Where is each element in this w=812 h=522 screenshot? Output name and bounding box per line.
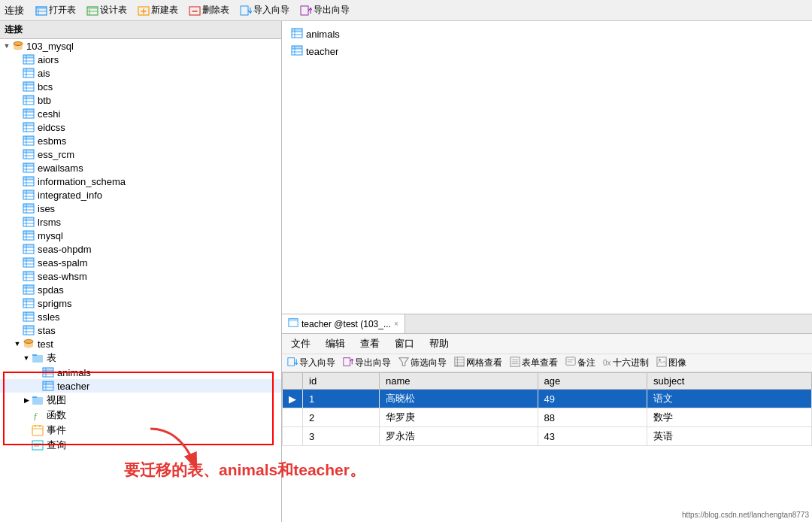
- cell-subject[interactable]: 数学: [647, 408, 812, 427]
- open-table-btn[interactable]: 打开表: [33, 3, 78, 17]
- cell-name[interactable]: 罗永浩: [380, 427, 538, 446]
- teacher-table-icon: [291, 44, 303, 59]
- svg-rect-35: [23, 96, 34, 99]
- tree-item-eidcss[interactable]: eidcss: [0, 120, 281, 134]
- item-icon: [23, 297, 36, 309]
- tree-item-esbms[interactable]: esbms: [0, 134, 281, 147]
- data-tab[interactable]: teacher @test (103_... ×: [282, 314, 405, 333]
- tree-item-sprigms[interactable]: sprigms: [0, 296, 281, 310]
- tree-item-lrsms[interactable]: lrsms: [0, 215, 281, 229]
- cell-age[interactable]: 49: [538, 390, 647, 408]
- item-icon: [23, 270, 36, 282]
- col-name[interactable]: name: [380, 373, 538, 390]
- object-item-teacher[interactable]: teacher: [288, 43, 806, 60]
- table-row[interactable]: 3 罗永浩 43 英语: [283, 427, 812, 446]
- item-label: seas-spalm: [38, 257, 87, 269]
- tree-item-btb[interactable]: btb: [0, 93, 281, 107]
- left-panel: 连接 ▼ 103_mysql aiorsaisbcsbtbceshieidcss…: [0, 21, 282, 522]
- menu-help[interactable]: 帮助: [426, 336, 452, 351]
- object-item-animals[interactable]: animals: [288, 26, 806, 43]
- item-label: mysql: [38, 230, 63, 241]
- item-icon: [23, 243, 36, 255]
- menu-window[interactable]: 窗口: [392, 336, 417, 351]
- cell-id[interactable]: 1: [303, 390, 380, 408]
- tree-item-mysql[interactable]: mysql: [0, 229, 281, 242]
- menu-edit[interactable]: 编辑: [323, 336, 348, 351]
- cell-id[interactable]: 3: [303, 427, 380, 446]
- tree-item-ess_rcm[interactable]: ess_rcm: [0, 147, 281, 161]
- design-table-btn[interactable]: 设计表: [84, 3, 129, 17]
- item-icon: [23, 108, 36, 120]
- tree-item-ises[interactable]: ises: [0, 202, 281, 215]
- hex-btn[interactable]: 0x 十六进制: [601, 356, 651, 370]
- item-icon: [32, 394, 45, 406]
- tree-item-seas_whsm[interactable]: seas-whsm: [0, 269, 281, 283]
- import-wizard-label: 导入向导: [253, 4, 289, 17]
- svg-rect-95: [23, 258, 34, 261]
- svg-rect-162: [344, 358, 350, 366]
- item-icon: [32, 439, 45, 451]
- cell-age[interactable]: 43: [538, 427, 647, 446]
- grid-view-btn[interactable]: 网格查看: [452, 356, 504, 370]
- tree-item-aiors[interactable]: aiors: [0, 53, 281, 66]
- tree-item-__[interactable]: 查询: [0, 438, 281, 453]
- col-age[interactable]: age: [538, 373, 647, 390]
- open-table-label: 打开表: [49, 4, 76, 17]
- tree-item-spdas[interactable]: spdas: [0, 283, 281, 296]
- export-wizard-label: 导出向导: [314, 4, 350, 17]
- item-icon: [23, 135, 36, 147]
- tree-root[interactable]: ▼ 103_mysql: [0, 39, 281, 53]
- filter-wiz-btn[interactable]: 筛选向导: [396, 356, 449, 370]
- tree-item-stas[interactable]: stas: [0, 323, 281, 337]
- delete-table-btn[interactable]: 删除表: [186, 3, 232, 17]
- export-wizard-btn[interactable]: 导出向导: [298, 3, 352, 17]
- menu-view[interactable]: 查看: [357, 336, 383, 351]
- tree-item-_[interactable]: ▼表: [0, 351, 281, 366]
- import-wiz-btn[interactable]: 导入向导: [285, 356, 338, 370]
- tree-item-__[interactable]: ▶视图: [0, 393, 281, 408]
- new-table-btn[interactable]: 新建表: [135, 3, 180, 17]
- tree-item-test[interactable]: ▼test: [0, 337, 281, 351]
- tree-item-integrated_info[interactable]: integrated_info: [0, 188, 281, 202]
- menu-file[interactable]: 文件: [288, 336, 314, 351]
- tree-item-seas_ohpdm[interactable]: seas-ohpdm: [0, 242, 281, 256]
- col-subject[interactable]: subject: [647, 373, 812, 390]
- tree-item-__[interactable]: 事件: [0, 423, 281, 438]
- table-row[interactable]: 2 华罗庚 88 数学: [283, 408, 812, 427]
- item-icon: ƒ: [32, 409, 45, 421]
- tree-item-information_schema[interactable]: information_schema: [0, 175, 281, 188]
- data-view-area: teacher @test (103_... × 文件 编辑 查看 窗口 帮助 …: [282, 314, 812, 522]
- svg-rect-110: [23, 299, 34, 302]
- remark-btn[interactable]: 备注: [563, 356, 598, 370]
- item-icon: [23, 162, 36, 174]
- cell-age[interactable]: 88: [538, 408, 647, 427]
- import-wizard-btn[interactable]: 导入向导: [238, 3, 292, 17]
- export-wiz-label: 导出向导: [355, 357, 391, 369]
- tree-item-bcs[interactable]: bcs: [0, 80, 281, 93]
- col-id[interactable]: id: [303, 373, 380, 390]
- item-label: aiors: [38, 54, 59, 65]
- table-row[interactable]: ▶ 1 高晓松 49 语文: [283, 390, 812, 408]
- db-items-list: aiorsaisbcsbtbceshieidcssesbmsess_rcmewa…: [0, 53, 281, 453]
- form-view-btn[interactable]: 表单查看: [508, 356, 560, 370]
- cell-subject[interactable]: 英语: [647, 427, 812, 446]
- tree-item-ais[interactable]: ais: [0, 66, 281, 80]
- cell-subject[interactable]: 语文: [647, 390, 812, 408]
- item-label: seas-ohpdm: [38, 244, 92, 255]
- tree-item-ssles[interactable]: ssles: [0, 310, 281, 323]
- tree-item-teacher[interactable]: teacher: [0, 379, 281, 393]
- tree-item-animals[interactable]: animals: [0, 366, 281, 379]
- export-wiz-btn[interactable]: 导出向导: [341, 356, 393, 370]
- tab-table-icon: [288, 317, 298, 330]
- tree-item-ceshi[interactable]: ceshi: [0, 107, 281, 120]
- image-btn[interactable]: 图像: [654, 356, 689, 370]
- cell-name[interactable]: 华罗庚: [380, 408, 538, 427]
- cell-id[interactable]: 2: [303, 408, 380, 427]
- import-wiz-icon: [287, 357, 298, 369]
- grid-view-label: 网格查看: [466, 357, 502, 369]
- tree-item-ewailsams[interactable]: ewailsams: [0, 161, 281, 175]
- tree-item-__[interactable]: ƒ函数: [0, 408, 281, 423]
- tree-item-seas_spalm[interactable]: seas-spalm: [0, 256, 281, 269]
- tab-close-btn[interactable]: ×: [394, 320, 398, 328]
- cell-name[interactable]: 高晓松: [380, 390, 538, 408]
